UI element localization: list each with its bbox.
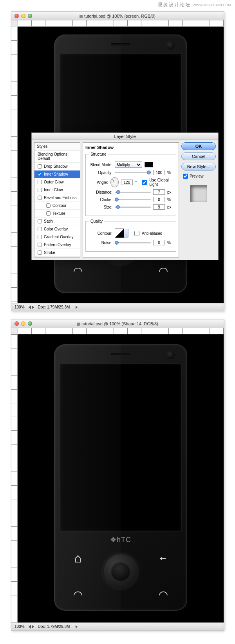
stroke-checkbox[interactable] bbox=[38, 250, 42, 255]
outer-glow-checkbox[interactable] bbox=[38, 180, 42, 184]
zoom-nav[interactable] bbox=[29, 625, 34, 629]
settings-panel: Inner Shadow Structure Blend Mode: Multi… bbox=[83, 142, 179, 258]
layer-style-dialog: Layer Style Styles Blending Options: Def… bbox=[31, 132, 219, 260]
window-title: tutorial.psd @ 100% (screen, RGB/8) bbox=[11, 14, 224, 18]
choke-label: Choke: bbox=[89, 198, 112, 202]
styles-list-panel: Styles Blending Options: Default Drop Sh… bbox=[34, 142, 80, 258]
choke-input[interactable] bbox=[153, 197, 165, 202]
phone-mockup: ❖hTC bbox=[54, 344, 187, 611]
preview-checkbox[interactable] bbox=[183, 174, 188, 179]
cancel-button[interactable]: Cancel bbox=[181, 152, 216, 160]
ruler-vertical[interactable] bbox=[11, 334, 18, 622]
drop-shadow-row[interactable]: Drop Shadow bbox=[34, 163, 80, 171]
quality-fieldset: Quality Contour: Anti-aliased Noise: bbox=[85, 219, 176, 252]
blend-mode-label: Blend Mode: bbox=[89, 163, 112, 167]
global-light-label: Use Global Light bbox=[149, 178, 173, 187]
size-label: Size: bbox=[89, 205, 112, 209]
contour-row[interactable]: Contour bbox=[34, 202, 80, 210]
call-icon bbox=[74, 590, 82, 597]
titlebar[interactable]: tutorial.psd @ 100% (screen, RGB/8) bbox=[11, 12, 224, 20]
pattern-overlay-row[interactable]: Pattern Overlay bbox=[34, 241, 80, 249]
contour-label: Contour: bbox=[89, 231, 112, 236]
anti-aliased-label: Anti-aliased bbox=[142, 231, 162, 236]
opacity-label: Opacity: bbox=[89, 171, 112, 175]
doc-size: Doc: 1.79M/29.3M bbox=[38, 624, 70, 629]
gradient-overlay-checkbox[interactable] bbox=[38, 235, 42, 239]
doc-size: Doc: 1.79M/29.3M bbox=[38, 305, 70, 309]
inner-glow-row[interactable]: Inner Glow bbox=[34, 186, 80, 194]
ok-button[interactable]: OK bbox=[181, 142, 216, 150]
statusbar-menu-icon[interactable] bbox=[74, 625, 79, 629]
zoom-level[interactable]: 100% bbox=[14, 305, 25, 309]
stroke-row[interactable]: Stroke bbox=[34, 249, 80, 257]
styles-header[interactable]: Styles bbox=[34, 143, 80, 151]
structure-fieldset: Structure Blend Mode: Multiply Opacity: … bbox=[85, 152, 176, 216]
color-overlay-checkbox[interactable] bbox=[38, 227, 42, 231]
opacity-input[interactable] bbox=[153, 170, 165, 175]
satin-checkbox[interactable] bbox=[38, 219, 42, 223]
htc-logo: ❖hTC bbox=[60, 532, 182, 546]
call-icon bbox=[74, 266, 82, 273]
bevel-emboss-checkbox[interactable] bbox=[38, 196, 42, 200]
ruler-horizontal[interactable] bbox=[18, 20, 224, 27]
new-style-button[interactable]: New Style... bbox=[181, 163, 216, 171]
angle-label: Angle: bbox=[89, 180, 108, 185]
anti-aliased-checkbox[interactable] bbox=[134, 231, 139, 236]
status-bar: 100% Doc: 1.79M/29.3M bbox=[11, 622, 224, 630]
end-call-icon bbox=[159, 266, 168, 273]
ruler-vertical[interactable] bbox=[11, 27, 18, 303]
drop-shadow-checkbox[interactable] bbox=[38, 164, 42, 169]
shadow-color-swatch[interactable] bbox=[145, 162, 153, 167]
distance-input[interactable] bbox=[153, 189, 165, 195]
photoshop-window-b: tutorial.psd @ 100% (Shape 14, RGB/8) ❖h… bbox=[11, 319, 224, 631]
dpad-button bbox=[103, 553, 138, 589]
texture-checkbox[interactable] bbox=[46, 211, 51, 216]
distance-label: Distance: bbox=[89, 190, 112, 194]
dialog-title[interactable]: Layer Style bbox=[32, 133, 218, 140]
watermark: 思缘设计论坛 WWW.MISSYUAN.COM bbox=[0, 0, 235, 10]
outer-glow-row[interactable]: Outer Glow bbox=[34, 178, 80, 186]
noise-label: Noise: bbox=[89, 241, 112, 245]
inner-shadow-checkbox[interactable] bbox=[38, 172, 42, 176]
satin-row[interactable]: Satin bbox=[34, 218, 80, 225]
noise-slider[interactable] bbox=[115, 242, 151, 243]
statusbar-menu-icon[interactable] bbox=[74, 305, 79, 309]
noise-input[interactable] bbox=[153, 240, 165, 245]
canvas[interactable]: Layer Style Styles Blending Options: Def… bbox=[18, 27, 224, 303]
end-call-icon bbox=[159, 590, 168, 597]
opacity-slider[interactable] bbox=[115, 172, 151, 173]
choke-slider[interactable] bbox=[115, 199, 151, 200]
preview-toggle[interactable]: Preview bbox=[181, 174, 216, 179]
gradient-overlay-row[interactable]: Gradient Overlay bbox=[34, 233, 80, 241]
blending-options-row[interactable]: Blending Options: Default bbox=[34, 151, 80, 163]
panel-title: Inner Shadow bbox=[85, 145, 176, 150]
status-bar: 100% Doc: 1.79M/29.3M bbox=[11, 303, 224, 311]
quality-legend: Quality bbox=[89, 219, 104, 223]
structure-legend: Structure bbox=[89, 152, 108, 156]
size-input[interactable] bbox=[153, 204, 165, 210]
contour-picker[interactable] bbox=[115, 229, 124, 238]
bevel-emboss-row[interactable]: Bevel and Emboss bbox=[34, 194, 80, 202]
inner-shadow-row[interactable]: Inner Shadow bbox=[34, 171, 80, 178]
size-slider[interactable] bbox=[115, 207, 151, 208]
ruler-horizontal[interactable] bbox=[18, 328, 224, 334]
titlebar[interactable]: tutorial.psd @ 100% (Shape 14, RGB/8) bbox=[11, 319, 224, 328]
blend-mode-select[interactable]: Multiply bbox=[115, 161, 142, 168]
zoom-nav[interactable] bbox=[29, 305, 34, 309]
color-overlay-row[interactable]: Color Overlay bbox=[34, 225, 80, 233]
zoom-level[interactable]: 100% bbox=[14, 624, 25, 629]
contour-checkbox[interactable] bbox=[46, 203, 51, 208]
angle-input[interactable] bbox=[121, 180, 133, 185]
camera-lens bbox=[166, 350, 175, 359]
phone-screen bbox=[60, 363, 182, 532]
texture-row[interactable]: Texture bbox=[34, 210, 80, 218]
distance-slider[interactable] bbox=[115, 192, 151, 193]
camera-lens bbox=[166, 41, 175, 49]
inner-glow-checkbox[interactable] bbox=[38, 188, 42, 192]
pattern-overlay-checkbox[interactable] bbox=[38, 243, 42, 247]
home-icon bbox=[74, 555, 82, 562]
preview-swatch bbox=[190, 185, 207, 202]
angle-dial[interactable] bbox=[110, 177, 119, 187]
canvas[interactable]: ❖hTC bbox=[18, 334, 224, 622]
global-light-checkbox[interactable] bbox=[142, 180, 147, 185]
